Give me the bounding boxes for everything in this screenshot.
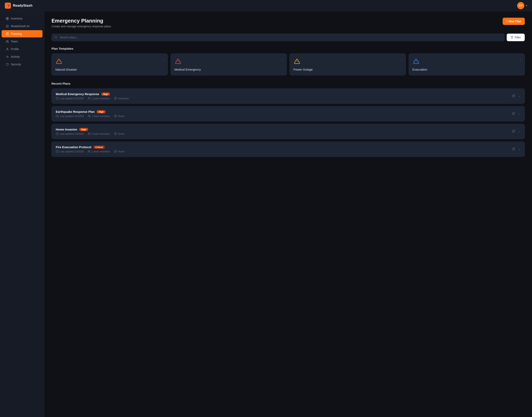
app-name: ReadyStash — [13, 4, 32, 8]
plan-card-fire-evacuation[interactable]: Fire Evacuation Protocol Critical Last u… — [52, 142, 525, 157]
team-members: 0 team members — [88, 132, 110, 135]
sidebar-item-planning[interactable]: Planning — [2, 30, 43, 37]
chevron-right-icon[interactable]: › — [518, 129, 521, 134]
users-icon — [6, 40, 9, 43]
plan-name: Home Invasion — [56, 128, 77, 131]
user-menu[interactable]: CY ▾ — [517, 2, 527, 9]
sidebar-label-security: Security — [11, 63, 21, 66]
template-card-medical-emergency[interactable]: › Medical Emergency — [171, 53, 287, 75]
sidebar-item-inventory[interactable]: Inventory — [2, 15, 43, 22]
location-text: Home — [118, 150, 124, 153]
team-text: 0 team members — [92, 133, 110, 135]
plan-name: Earthquake Response Plan — [56, 110, 95, 113]
avatar[interactable]: CY — [517, 2, 524, 9]
edit-icon[interactable] — [511, 146, 516, 152]
templates-section-label: Plan Templates — [52, 47, 525, 50]
chevron-right-icon: › — [163, 58, 164, 61]
chevron-right-icon: › — [520, 58, 521, 61]
sidebar: Inventory ReadyStash AI Planning Team Pr… — [0, 11, 44, 417]
svg-point-6 — [6, 40, 7, 41]
team-text: 1 team members — [92, 97, 110, 100]
page-subtitle: Create and manage emergency response pla… — [52, 25, 111, 28]
location: Home — [114, 115, 124, 118]
main-layout: Inventory ReadyStash AI Planning Team Pr… — [0, 11, 532, 417]
sidebar-label-inventory: Inventory — [11, 17, 22, 20]
team-members: 1 team members — [88, 150, 110, 153]
search-input[interactable] — [52, 34, 505, 41]
svg-point-23 — [88, 115, 90, 116]
chevron-right-icon: › — [282, 58, 283, 61]
templates-grid: › Natural Disaster › — [52, 53, 525, 75]
ai-icon — [6, 24, 9, 28]
logo-area: 🎒 ReadyStash — [5, 3, 32, 9]
template-top: › — [293, 58, 402, 65]
plan-meta: Last updated 2/3/2025 1 team members Hom… — [56, 150, 511, 153]
sidebar-item-readystash-ai[interactable]: ReadyStash AI — [2, 22, 43, 30]
status-badge: Critical — [93, 146, 105, 149]
plan-info: Earthquake Response Plan High Last updat… — [56, 110, 511, 118]
svg-point-26 — [88, 133, 90, 134]
chevron-right-icon[interactable]: › — [518, 94, 521, 99]
template-label-evacuation: Evacuation — [413, 68, 521, 71]
sidebar-item-profile[interactable]: Profile — [2, 45, 43, 53]
chevron-right-icon: › — [401, 58, 402, 61]
sidebar-label-activity: Activity — [11, 55, 20, 58]
edit-icon[interactable] — [511, 129, 516, 134]
last-updated: Last updated 2/3/2025 — [56, 132, 84, 135]
template-top: › — [55, 58, 164, 65]
template-card-evacuation[interactable]: › Evacuation — [409, 53, 525, 75]
svg-point-20 — [88, 97, 90, 98]
plan-card-medical-emergency-response[interactable]: Medical Emergency Response High Last upd… — [52, 88, 525, 104]
template-card-power-outage[interactable]: › Power Outage — [289, 53, 406, 75]
plan-meta: Last updated 2/2/2025 1 team members Any… — [56, 97, 511, 100]
warning-red-icon — [174, 58, 182, 65]
app-header: 🎒 ReadyStash CY ▾ — [0, 0, 532, 11]
location: Home — [114, 150, 124, 153]
team-members: 1 team members — [88, 97, 110, 100]
template-label-natural-disaster: Natural Disaster — [55, 68, 164, 71]
plan-actions: › — [511, 111, 521, 116]
sidebar-item-security[interactable]: Security — [2, 61, 43, 68]
plan-name: Medical Emergency Response — [56, 92, 99, 96]
svg-point-24 — [115, 115, 116, 116]
sidebar-label-planning: Planning — [11, 32, 22, 35]
svg-point-7 — [7, 48, 8, 49]
template-label-power-outage: Power Outage — [293, 68, 402, 71]
chevron-right-icon[interactable]: › — [518, 111, 521, 116]
new-plan-button[interactable]: + New Plan — [503, 18, 525, 25]
edit-icon[interactable] — [511, 94, 516, 99]
plan-actions: › — [511, 94, 521, 99]
plan-name: Fire Evacuation Protocol — [56, 145, 91, 149]
plan-actions: › — [511, 146, 521, 152]
plan-card-home-invasion[interactable]: Home Invasion High Last updated 2/3/2025… — [52, 124, 525, 139]
svg-point-27 — [115, 133, 116, 134]
edit-icon[interactable] — [511, 111, 516, 116]
plan-info: Medical Emergency Response High Last upd… — [56, 92, 511, 100]
svg-point-21 — [115, 98, 116, 99]
logo-icon: 🎒 — [5, 3, 11, 9]
svg-point-29 — [88, 150, 90, 151]
template-card-natural-disaster[interactable]: › Natural Disaster — [52, 53, 168, 75]
updated-text: Last updated 2/3/2025 — [60, 150, 84, 153]
location-text: Home — [118, 133, 124, 135]
last-updated: Last updated 2/3/2025 — [56, 150, 84, 153]
team-text: 1 team members — [92, 150, 110, 153]
location-text: Anywhere — [118, 97, 128, 100]
sidebar-item-activity[interactable]: Activity — [2, 53, 43, 60]
plan-card-earthquake-response[interactable]: Earthquake Response Plan High Last updat… — [52, 106, 525, 121]
last-updated: Last updated 2/2/2025 — [56, 115, 84, 118]
clipboard-icon — [6, 32, 9, 35]
filter-button[interactable]: Filter — [507, 34, 525, 41]
recent-plans-label: Recent Plans — [52, 82, 525, 85]
warning-yellow-icon — [293, 58, 301, 65]
template-top: › — [174, 58, 283, 65]
location: Anywhere — [114, 97, 128, 100]
main-content: Emergency Planning Create and manage eme… — [44, 11, 532, 417]
plan-meta: Last updated 2/3/2025 0 team members Hom… — [56, 132, 511, 135]
chevron-right-icon[interactable]: › — [518, 147, 521, 152]
activity-icon — [6, 55, 9, 58]
globe-icon — [6, 17, 9, 20]
last-updated: Last updated 2/2/2025 — [56, 97, 84, 100]
sidebar-item-team[interactable]: Team — [2, 38, 43, 45]
svg-line-9 — [56, 38, 57, 38]
